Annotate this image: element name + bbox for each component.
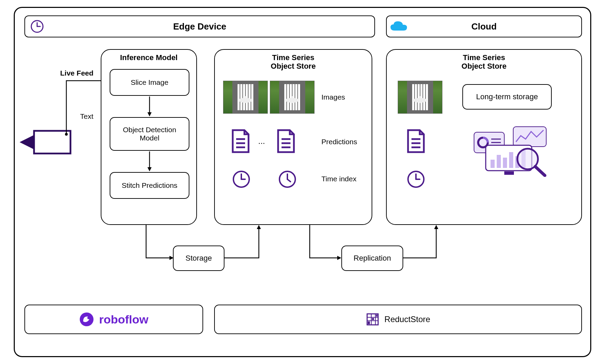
svg-marker-47 — [337, 256, 341, 260]
runway-image-icon — [270, 81, 315, 114]
svg-rect-55 — [368, 321, 370, 324]
text-label: Text — [80, 112, 94, 121]
tsos-images-label: Images — [321, 93, 345, 101]
camera-icon — [20, 123, 75, 161]
arrow-detect-to-stitch — [145, 151, 154, 172]
runway-image-icon — [398, 81, 442, 114]
roboflow-logo-icon — [79, 312, 94, 327]
arrow-storage-to-tsos — [224, 221, 266, 262]
svg-rect-34 — [497, 155, 501, 168]
reductstore-brand-text: ReductStore — [384, 315, 430, 324]
arrow-tsos-to-replication — [307, 225, 345, 263]
roboflow-brand-text: roboflow — [99, 313, 148, 326]
live-feed-label: Live Feed — [60, 69, 94, 77]
tsos-cloud-title: Time Series Object Store — [387, 53, 581, 71]
arrow-inference-to-storage — [143, 225, 178, 263]
inference-title: Inference Model — [101, 53, 196, 62]
clock-icon — [407, 170, 425, 189]
inference-model-group: Inference Model Slice Image Object Detec… — [101, 49, 197, 225]
svg-line-41 — [535, 167, 545, 175]
svg-rect-3 — [34, 131, 70, 153]
longterm-label: Long-term storage — [476, 92, 538, 101]
header-edge-device: Edge Device — [24, 15, 375, 37]
footer-roboflow: roboflow — [24, 305, 203, 334]
header-cloud-title: Cloud — [411, 21, 557, 32]
svg-marker-4 — [20, 135, 34, 149]
reductstore-logo-icon — [366, 312, 380, 326]
longterm-storage-box: Long-term storage — [462, 84, 552, 110]
step-detect-label: Object Detection Model — [114, 126, 185, 142]
arrow-replication-to-cloud — [403, 221, 444, 262]
storage-label: Storage — [185, 254, 212, 263]
replication-label: Replication — [354, 254, 391, 263]
svg-rect-35 — [503, 158, 507, 168]
replication-box: Replication — [341, 246, 403, 271]
svg-rect-57 — [376, 315, 377, 317]
svg-marker-48 — [434, 225, 438, 229]
tsos-time-label: Time index — [321, 175, 356, 183]
svg-rect-36 — [509, 152, 513, 168]
runway-image-icon — [223, 81, 268, 114]
header-edge-title: Edge Device — [49, 21, 350, 32]
clock-icon — [278, 170, 297, 189]
clock-icon — [25, 19, 49, 34]
diagram-canvas: Edge Device Cloud Live Feed Text Inferen… — [14, 7, 591, 357]
tsos-edge-title: Time Series Object Store — [215, 53, 372, 71]
clock-icon — [232, 170, 251, 189]
ellipsis-label: ... — [258, 136, 265, 146]
header-cloud: Cloud — [386, 15, 582, 37]
svg-marker-46 — [257, 225, 261, 229]
cloud-icon — [387, 20, 411, 33]
step-stitch-predictions: Stitch Predictions — [110, 172, 189, 199]
document-icon — [405, 129, 427, 153]
svg-rect-26 — [513, 127, 546, 147]
svg-marker-10 — [147, 167, 152, 171]
analytics-dashboard-icon — [473, 125, 548, 177]
document-icon — [275, 129, 297, 153]
step-stitch-label: Stitch Predictions — [122, 181, 177, 190]
svg-rect-33 — [491, 160, 495, 168]
tsos-edge-group: Time Series Object Store Images ... Pred… — [214, 49, 372, 225]
svg-marker-8 — [147, 112, 152, 116]
step-slice-image: Slice Image — [110, 69, 189, 96]
tsos-predictions-label: Predictions — [321, 138, 357, 146]
tsos-cloud-group: Time Series Object Store Long-term stora… — [386, 49, 582, 225]
svg-line-22 — [287, 179, 290, 182]
svg-rect-56 — [372, 318, 374, 320]
step-object-detection: Object Detection Model — [110, 117, 189, 151]
document-icon — [230, 129, 251, 153]
svg-rect-39 — [504, 171, 514, 175]
storage-box: Storage — [173, 246, 224, 271]
footer-reductstore: ReductStore — [214, 305, 582, 334]
arrow-slice-to-detect — [145, 96, 154, 117]
step-slice-label: Slice Image — [131, 78, 168, 87]
